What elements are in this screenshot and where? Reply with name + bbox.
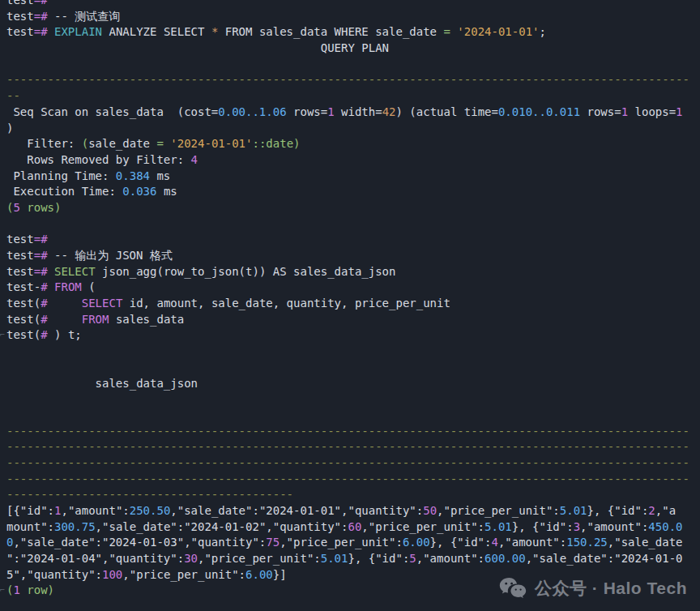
terminal-line xyxy=(6,391,694,408)
terminal-line xyxy=(6,408,694,424)
terminal-line: -- xyxy=(6,88,694,105)
terminal-line: QUERY PLAN xyxy=(6,41,694,57)
watermark-text: 公众号 · Halo Tech xyxy=(535,580,687,596)
terminal-output: test=#test=# -- 测试查询test=# EXPLAIN ANALY… xyxy=(6,0,694,599)
terminal-line: test=# -- 测试查询 xyxy=(6,9,694,25)
terminal-line: (5 rows) xyxy=(6,200,694,216)
watermark: 公众号 · Halo Tech xyxy=(499,577,687,600)
terminal-line: Execution Time: 0.036 ms xyxy=(6,184,694,200)
terminal-line: mount":300.75,"sale_date":"2024-01-02","… xyxy=(6,519,694,536)
terminal-line: [{"id":1,"amount":250.50,"sale_date":"20… xyxy=(6,503,694,519)
terminal-line: ) xyxy=(6,121,694,137)
terminal-line: ----------------------------------------… xyxy=(6,72,694,88)
line-marker-icon: ⌐ xyxy=(0,586,5,594)
terminal-line xyxy=(6,344,694,360)
terminal-line: Filter: (sale_date = '2024-01-01'::date) xyxy=(6,136,694,152)
terminal-line: test=# -- 输出为 JSON 格式 xyxy=(6,248,694,264)
terminal-window[interactable]: test=#test=# -- 测试查询test=# EXPLAIN ANALY… xyxy=(0,0,700,611)
terminal-line: 0,"sale_date":"2024-01-03","quantity":75… xyxy=(6,535,694,551)
terminal-line: sales_data_json xyxy=(6,376,694,392)
line-marker-icon: ⌐ xyxy=(0,331,5,339)
terminal-line: ----------------------------------------… xyxy=(6,424,694,440)
terminal-line: ----------------------------------------… xyxy=(6,439,694,455)
terminal-line: ----------------------------------------… xyxy=(6,487,694,503)
terminal-line: test=# EXPLAIN ANALYZE SELECT * FROM sal… xyxy=(6,24,694,41)
terminal-line: ----------------------------------------… xyxy=(6,472,694,488)
terminal-line: test-# FROM ( xyxy=(6,280,694,296)
wechat-icon xyxy=(499,577,527,600)
terminal-line: Rows Removed by Filter: 4 xyxy=(6,152,694,169)
terminal-line xyxy=(6,57,694,73)
terminal-line: ⌐test(# ) t; xyxy=(6,327,694,344)
terminal-line: test(# SELECT id, amount, sale_date, qua… xyxy=(6,296,694,312)
terminal-line: Seq Scan on sales_data (cost=0.00..1.06 … xyxy=(6,105,694,121)
terminal-line: ----------------------------------------… xyxy=(6,455,694,472)
terminal-line: ":"2024-01-04","quantity":30,"price_per_… xyxy=(6,551,694,567)
terminal-line: test=# xyxy=(6,232,694,248)
terminal-line: Planning Time: 0.384 ms xyxy=(6,169,694,185)
terminal-line xyxy=(6,216,694,233)
terminal-line xyxy=(6,360,694,376)
terminal-line: test(# FROM sales_data xyxy=(6,312,694,328)
terminal-line: test=# SELECT json_agg(row_to_json(t)) A… xyxy=(6,264,694,280)
terminal-line: test=# xyxy=(6,0,694,9)
